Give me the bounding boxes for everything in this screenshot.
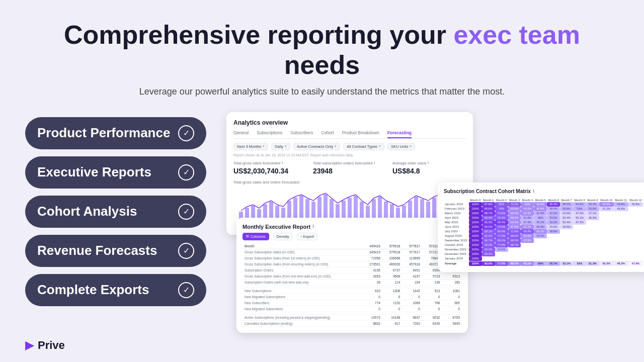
- header: Comprehensive reporting your exec team n…: [25, 20, 619, 97]
- filter-next-3-months[interactable]: Next 3 Months ▾: [233, 143, 268, 150]
- table-row: New Migrated Subscribers 00000: [243, 306, 462, 312]
- cohort-col-2: Month 2: [495, 198, 508, 202]
- tab-general[interactable]: General: [233, 130, 249, 138]
- feature-btn-complete-exports[interactable]: Complete Exports ✓: [25, 274, 206, 306]
- table-row: New Subscribers 77411521069768905: [243, 300, 462, 306]
- cohort-col-10: Month 10: [599, 198, 614, 202]
- metric-aov: Average order value ℹ US$84.8: [392, 161, 466, 175]
- col-header-1: 345419: [362, 243, 382, 249]
- feature-btn-revenue-forecasts[interactable]: Revenue Forecasts ✓: [25, 235, 206, 267]
- feature-btn-label: Product Performance: [37, 125, 170, 141]
- content-area: Product Performance ✓ Executive Reports …: [25, 112, 619, 353]
- cohort-table: Month 0 Month 1 Month 2 Month 3 Month 4 …: [444, 198, 643, 266]
- metric-gross-sales-value: US$2,030,740.34: [233, 167, 307, 175]
- headline-start: Comprehensive reporting your: [64, 20, 453, 49]
- analytics-panel: Analytics overview General Subscriptions…: [226, 112, 473, 235]
- feature-btn-cohort-analysis[interactable]: Cohort Analysis ✓: [25, 196, 206, 228]
- check-icon: ✓: [178, 164, 194, 180]
- table-row: New Migrated Subscriptions 00000: [243, 294, 462, 300]
- col-header-2: 575018: [382, 243, 403, 249]
- density-btn[interactable]: Density: [273, 233, 293, 240]
- metric-aov-value: US$84.8: [392, 167, 466, 175]
- chart-label: Total gross sales and orders forecasted: [233, 180, 466, 185]
- filter-sku-units[interactable]: SKU Units ▾: [387, 143, 416, 150]
- export-btn[interactable]: ↑ Export: [297, 233, 318, 240]
- filter-active-contracts[interactable]: Active Contracts Only ▾: [293, 143, 340, 150]
- tab-subscriptions[interactable]: Subscriptions: [257, 130, 282, 138]
- check-icon: ✓: [178, 204, 194, 220]
- cohort-row: March 2023 100%88.7%75.6%69.5%60.3%61.8%…: [444, 211, 643, 216]
- cohort-col-1: Month 1: [482, 198, 495, 202]
- subheadline: Leverage our powerful analytics suite to…: [25, 86, 619, 97]
- cohort-col-8: Month 8: [573, 198, 586, 202]
- table-row: Subscription Orders (with one-time add-o…: [243, 279, 462, 285]
- metric-aov-label: Average order value ℹ: [392, 161, 466, 165]
- headline-end: needs: [284, 50, 360, 79]
- filter-all-contract-types[interactable]: All Contract Types ▾: [343, 143, 384, 150]
- cohort-col-4: Month 4: [521, 198, 534, 202]
- feature-btn-product-performance[interactable]: Product Performance ✓: [25, 117, 206, 149]
- cohort-col-11: Month 11: [614, 198, 628, 202]
- exec-report-title: Monthly Executive Report ℹ: [243, 224, 462, 230]
- filter-daily[interactable]: Daily ▾: [271, 143, 290, 150]
- feature-btn-label: Revenue Forecasts: [37, 243, 157, 258]
- metric-orders-value: 23948: [313, 167, 386, 175]
- logo-icon: ▶: [25, 339, 34, 352]
- metrics-row: Total gross sales forecasted ℹ US$2,030,…: [233, 161, 466, 175]
- logo-text: Prive: [38, 339, 65, 352]
- cohort-col-0: Month 0: [469, 198, 482, 202]
- logo-area: ▶ Prive: [25, 339, 65, 352]
- cohort-row: January 2024 100%: [444, 256, 643, 261]
- table-row: Gross Subscription Sales (in USD) 345419…: [243, 249, 462, 255]
- cohort-col-month: [444, 198, 469, 202]
- table-row: Gross Subscription Sales (from recurring…: [243, 261, 462, 267]
- feature-btn-label: Cohort Analysis: [37, 204, 137, 219]
- cohort-col-12: Month 12: [628, 198, 643, 202]
- check-icon: ✓: [178, 282, 194, 298]
- tab-forecasting[interactable]: Forecasting: [387, 130, 412, 138]
- col-header-month: Month: [243, 243, 362, 249]
- cohort-row: September 2023 100%92.7%80.2%69.5%63.3%: [444, 238, 643, 243]
- cohort-col-6: Month 6: [547, 198, 560, 202]
- cohort-row: November 2023 100%93.2%56.6%: [444, 247, 643, 252]
- exec-report-panel: Monthly Executive Report ℹ ⊞ Columns Den…: [236, 218, 468, 333]
- columns-btn[interactable]: ⊞ Columns: [243, 233, 269, 240]
- tab-product-breakdown[interactable]: Product Breakdown: [342, 130, 379, 138]
- tab-subscribers[interactable]: Subscribers: [290, 130, 313, 138]
- cohort-col-7: Month 7: [560, 198, 573, 202]
- cohort-row: August 2023 100%92.2%77.5%69.6%60.6%56.0…: [444, 234, 643, 238]
- cohort-title: Subscription Contract Cohort Matrix ℹ: [444, 189, 643, 194]
- check-icon: ✓: [178, 125, 194, 141]
- table-row: Cancelled Subscriptions (ending) 8602817…: [243, 320, 462, 326]
- exec-toolbar: ⊞ Columns Density ↑ Export: [243, 233, 462, 240]
- cohort-col-5: Month 5: [534, 198, 547, 202]
- headline-accent: exec team: [453, 20, 580, 49]
- analytics-panel-title: Analytics overview: [233, 119, 466, 126]
- exec-table: Month 345419 575018 577617 572107 547778…: [243, 243, 462, 327]
- feature-list: Product Performance ✓ Executive Reports …: [25, 112, 211, 306]
- metric-orders: Total subscription orders forecasted ℹ 2…: [313, 161, 386, 175]
- main-container: Comprehensive reporting your exec team n…: [0, 0, 644, 362]
- cohort-row: June 2023 100%90.0%74.9%67.3%62.2%56.6%5…: [444, 225, 643, 229]
- cohort-row: May 2023 100%95.3%86.4%63.4%57.3%55.2%53…: [444, 220, 643, 225]
- tab-cohort[interactable]: Cohort: [321, 130, 334, 138]
- report-note: Report shown as at Jan 18, 2024 12:19 AM…: [233, 153, 466, 157]
- filters-row: Next 3 Months ▾ Daily ▾ Active Contracts…: [233, 143, 466, 150]
- metric-gross-sales: Total gross sales forecasted ℹ US$2,030,…: [233, 161, 307, 175]
- headline: Comprehensive reporting your exec team n…: [25, 20, 619, 80]
- cohort-row: July 2023 100%93.1%80.6%71.8%68.3%62.1%5…: [444, 229, 643, 234]
- metric-orders-label: Total subscription orders forecasted ℹ: [313, 161, 386, 165]
- feature-btn-label: Complete Exports: [37, 282, 149, 298]
- cohort-row: April 2023 100%93.4%76.5%66.6%61.8%58%53…: [444, 216, 643, 220]
- feature-btn-executive-reports[interactable]: Executive Reports ✓: [25, 156, 206, 189]
- cohort-avg-row: Average 100%90.0%77.0%69.7%63.1%59%55.7%…: [444, 261, 643, 266]
- col-header-3: 577617: [402, 243, 422, 249]
- cohort-col-3: Month 3: [508, 198, 521, 202]
- table-row: Active Subscriptions (including paused &…: [243, 314, 462, 320]
- table-row: Subscription Orders 41566737645163946021: [243, 267, 462, 273]
- analytics-tabs: General Subscriptions Subscribers Cohort…: [233, 130, 466, 139]
- cohort-panel: Subscription Contract Cohort Matrix ℹ Mo…: [438, 183, 644, 272]
- cohort-row: February 2023 100%89.6%79%63.9%64.5%60.9…: [444, 207, 643, 211]
- check-icon: ✓: [178, 243, 194, 259]
- cohort-row: December 2023 100%93.2%: [444, 252, 643, 256]
